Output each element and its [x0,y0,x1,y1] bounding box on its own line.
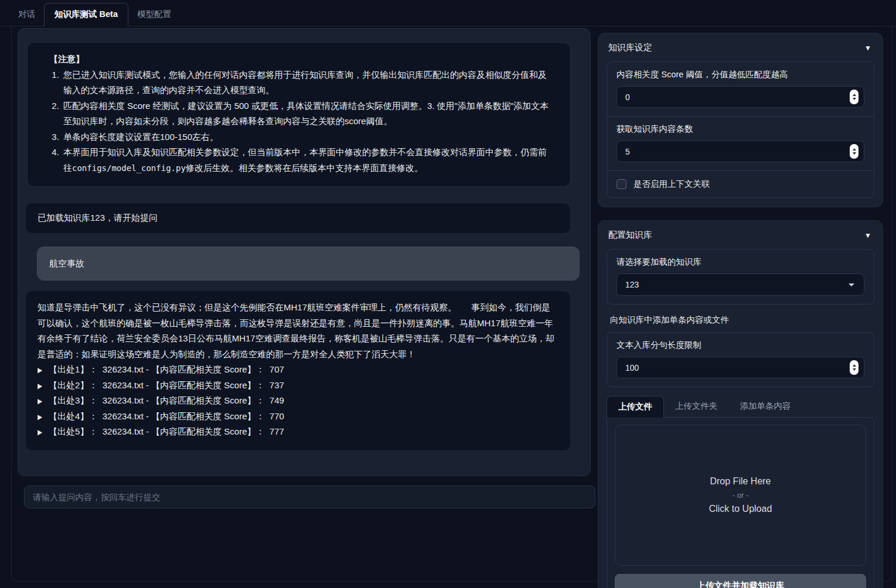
kb-settings-accordion: 知识库设定 ▼ 内容相关度 Score 阈值，分值越低匹配度越高 获取知识库内容 [598,33,883,207]
notice-item: 本界面用于知识入库及知识匹配相关参数设定，但当前版本中，本界面中修改的参数并不会… [62,145,555,176]
spinner-up-icon [853,148,856,151]
notice-item: 匹配内容相关度 Score 经测试，建议设置为 500 或更低，具体设置情况请结… [62,98,555,129]
sentence-limit-input[interactable] [616,357,864,378]
source-label: 【出处1】： 326234.txt - 【内容匹配相关度 Score】： 707 [49,362,284,378]
topk-input[interactable] [616,141,864,162]
right-column: 知识库设定 ▼ 内容相关度 Score 阈值，分值越低匹配度越高 获取知识库内容 [598,28,883,581]
number-spinner[interactable] [850,90,858,104]
source-label: 【出处3】： 326234.txt - 【内容匹配相关度 Score】： 749 [49,393,284,409]
kb-select-group: 请选择要加载的知识库 123 [607,249,874,305]
kb-select-value: 123 [625,280,639,289]
left-column: 【注意】 您已进入知识库测试模式，您输入的任何对话内容都将用于进行知识库查询，并… [18,28,591,581]
source-expander[interactable]: ▶ 【出处4】： 326234.txt - 【内容匹配相关度 Score】： 7… [38,409,558,425]
bot-message: 知道是导弹击中飞机了，这个已没有异议；但是这个先例能否在MH17航班空难案件审理… [25,290,571,451]
tab-upload-folder[interactable]: 上传文件夹 [664,396,729,417]
number-spinner[interactable] [850,144,858,159]
query-input-row [24,486,589,508]
tab-upload-file[interactable]: 上传文件 [607,396,664,418]
source-expander[interactable]: ▶ 【出处2】： 326234.txt - 【内容匹配相关度 Score】： 7… [38,378,558,394]
bot-message-text: 已加载知识库123，请开始提问 [38,213,158,223]
kb-select-dropdown[interactable]: 123 [616,274,864,296]
user-message-text: 航空事故 [49,258,84,268]
dropdown-caret-icon [849,283,854,286]
tab-kb-test[interactable]: 知识库测试 Beta [44,3,128,26]
sentence-limit-label: 文本入库分句长度限制 [616,340,864,351]
spinner-down-icon [853,98,856,100]
kb-select-label: 请选择要加载的知识库 [616,257,864,268]
number-spinner[interactable] [850,360,858,375]
spinner-down-icon [853,368,856,371]
or-text: - or - [733,491,748,500]
spinner-up-icon [853,364,856,367]
bot-message-text: 知道是导弹击中飞机了，这个已没有异议；但是这个先例能否在MH17航班空难案件审理… [38,300,558,362]
context-link-checkbox-row[interactable]: 是否启用上下文关联 [607,170,874,197]
expand-arrow-icon: ▶ [38,361,42,378]
source-expander[interactable]: ▶ 【出处5】： 326234.txt - 【内容匹配相关度 Score】： 7… [38,424,558,440]
context-link-checkbox[interactable] [616,179,626,189]
score-threshold-block: 内容相关度 Score 阈值，分值越低匹配度越高 [607,62,874,116]
upload-file-tabpanel: Drop File Here - or - Click to Upload 上传… [607,417,874,588]
context-link-label: 是否启用上下文关联 [633,179,710,190]
file-drop-area[interactable]: Drop File Here - or - Click to Upload [615,425,866,566]
sentence-limit-block: 文本入库分句长度限制 [607,333,874,387]
source-label: 【出处5】： 326234.txt - 【内容匹配相关度 Score】： 777 [49,424,284,440]
query-input[interactable] [24,486,595,508]
tab-chat[interactable]: 对话 [9,4,44,26]
expand-arrow-icon: ▶ [38,423,42,440]
main-tabbar: 对话 知识库测试 Beta 模型配置 [0,0,896,26]
notice-box: 【注意】 您已进入知识库测试模式，您输入的任何对话内容都将用于进行知识库查询，并… [27,42,571,187]
notice-item-code: configs/model_config.py [72,163,186,173]
upload-and-load-kb-button[interactable]: 上传文件并加载知识库 [615,574,866,588]
kb-select-block: 请选择要加载的知识库 123 [607,249,874,304]
upload-tabbar: 上传文件 上传文件夹 添加单条内容 [607,396,874,417]
spinner-up-icon [853,94,856,96]
kb-settings-header[interactable]: 知识库设定 ▼ [598,33,883,60]
notice-list: 您已进入知识库测试模式，您输入的任何对话内容都将用于进行知识库查询，并仅输出知识… [39,67,555,176]
user-message: 航空事故 [37,247,580,281]
kb-config-title: 配置知识库 [608,230,652,241]
collapse-arrow-icon: ▼ [864,44,871,52]
notice-title: 【注意】 [39,52,555,67]
notice-item: 您已进入知识库测试模式，您输入的任何对话内容都将用于进行知识库查询，并仅输出知识… [62,67,555,98]
add-content-section-label: 向知识库中添加单条内容或文件 [610,314,871,326]
source-expander[interactable]: ▶ 【出处3】： 326234.txt - 【内容匹配相关度 Score】： 7… [38,393,558,409]
source-label: 【出处4】： 326234.txt - 【内容匹配相关度 Score】： 770 [49,409,284,425]
expand-arrow-icon: ▶ [38,392,42,409]
kb-config-header[interactable]: 配置知识库 ▼ [598,221,883,248]
tab-add-single-content[interactable]: 添加单条内容 [729,396,802,417]
click-to-upload-text: Click to Upload [709,504,772,514]
bot-message: 已加载知识库123，请开始提问 [25,203,571,234]
kb-settings-form: 内容相关度 Score 阈值，分值越低匹配度越高 获取知识库内容条数 [607,61,874,198]
chat-panel: 【注意】 您已进入知识库测试模式，您输入的任何对话内容都将用于进行知识库查询，并… [18,28,591,476]
sentence-limit-group: 文本入库分句长度限制 [607,332,874,387]
source-expander[interactable]: ▶ 【出处1】： 326234.txt - 【内容匹配相关度 Score】： 7… [38,362,558,378]
kb-test-tab-content: 【注意】 您已进入知识库测试模式，您输入的任何对话内容都将用于进行知识库查询，并… [11,26,892,582]
collapse-arrow-icon: ▼ [864,231,871,240]
topk-block: 获取知识库内容条数 [607,116,874,170]
kb-settings-title: 知识库设定 [608,42,652,53]
source-label: 【出处2】： 326234.txt - 【内容匹配相关度 Score】： 737 [49,378,284,394]
notice-item: 单条内容长度建议设置在100-150左右。 [62,129,555,145]
kb-config-accordion: 配置知识库 ▼ 请选择要加载的知识库 123 向知识库中添加单条内容或文件 文本… [598,220,883,588]
tab-model-config[interactable]: 模型配置 [128,4,180,26]
score-threshold-input[interactable] [616,86,864,108]
topk-label: 获取知识库内容条数 [616,124,864,135]
score-threshold-label: 内容相关度 Score 阈值，分值越低匹配度越高 [616,69,864,80]
spinner-down-icon [853,152,856,155]
drop-file-text: Drop File Here [710,476,771,487]
notice-item-text: 修改后生效。相关参数将在后续版本中支持本界面直接修改。 [186,163,423,173]
